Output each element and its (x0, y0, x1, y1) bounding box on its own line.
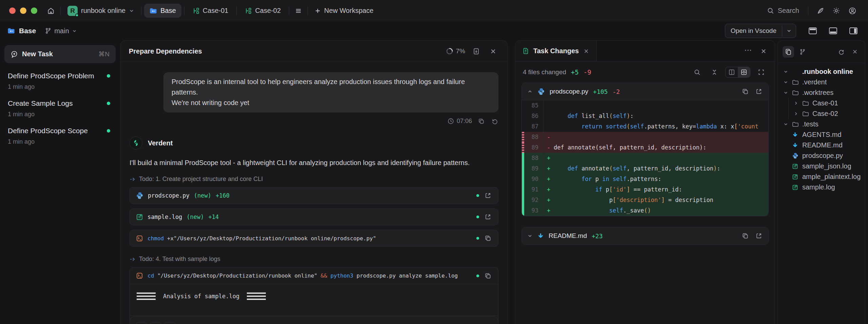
search-changes-button[interactable] (691, 66, 704, 79)
tree-item--worktrees[interactable]: .worktrees (780, 87, 863, 98)
tree-item-sample-json-log[interactable]: sample_json.log (780, 161, 863, 171)
feedback-button[interactable] (814, 4, 827, 17)
file-change-card[interactable]: sample.log (new) +14 (130, 208, 498, 225)
edit-button[interactable] (150, 322, 161, 324)
log-icon (792, 163, 802, 169)
toggle-bottom-panel-button[interactable] (826, 24, 840, 38)
diff-removed: -2 (612, 88, 620, 95)
mention-button[interactable] (136, 322, 147, 324)
window-controls[interactable] (9, 7, 37, 14)
open-file-icon (755, 232, 762, 239)
split-view-button[interactable] (726, 67, 738, 77)
file-change-card[interactable]: prodscope.py (new) +160 (130, 187, 498, 204)
open-file-button[interactable] (755, 232, 763, 240)
settings-button[interactable] (830, 4, 843, 17)
tree-item-agents-md[interactable]: AGENTS.md (780, 129, 863, 140)
open-in-dropdown[interactable] (782, 25, 796, 37)
copy-diff-button[interactable] (741, 232, 749, 240)
lines-added: +160 (216, 192, 230, 199)
export-task-button[interactable] (470, 45, 482, 58)
status-dot (107, 102, 110, 105)
tree-item--tests[interactable]: .tests (780, 119, 863, 129)
terminal-icon (136, 235, 143, 242)
close-panel-button[interactable] (758, 45, 769, 57)
command-row[interactable]: cd "/Users/yz/Desktop/Productization/run… (130, 267, 498, 284)
git-branch-icon (799, 48, 806, 55)
tree-item-ample-plaintext-log[interactable]: ample_plaintext.log (780, 171, 863, 182)
open-in-vscode-button[interactable]: Open in Vscode (725, 24, 796, 38)
task-item[interactable]: Define ProdScope Problem1 min ago (4, 63, 116, 90)
py-icon (792, 153, 802, 159)
open-file-button[interactable] (484, 213, 492, 221)
diff-file-header[interactable]: prodscope.py +105 -2 (522, 83, 768, 100)
tab-case-02[interactable]: Case-02 (239, 4, 286, 18)
chevron-down-icon (783, 122, 792, 127)
tab-overflow-menu-button[interactable] (292, 4, 305, 17)
tab-task-changes[interactable]: Task Changes (515, 41, 597, 61)
worktree-icon (193, 7, 199, 14)
tree-item-readme-md[interactable]: README.md (780, 140, 863, 150)
tab-base[interactable]: Base (144, 4, 181, 18)
user-message-line: We're not writing code yet (172, 98, 490, 108)
diff-gutter-marker (522, 195, 524, 205)
output-heading: Analysis of sample.log (163, 293, 239, 300)
tree-item--runbook-online[interactable]: .runbook online (780, 66, 863, 77)
close-icon (490, 48, 496, 55)
copy-icon (478, 118, 485, 124)
toggle-right-panel-button[interactable] (846, 24, 861, 38)
copy-command-button[interactable] (484, 272, 492, 280)
collapse-all-button[interactable] (708, 66, 721, 78)
file-name: prodscope.py (148, 192, 190, 199)
divider (236, 6, 237, 15)
restore-checkpoint-button[interactable] (491, 117, 498, 125)
branch-selector[interactable]: main (45, 27, 77, 35)
divider (808, 6, 808, 15)
tree-item-sample-log[interactable]: sample.log (780, 182, 863, 193)
toggle-top-panel-button[interactable] (806, 24, 820, 38)
workspace-name: runbook online (81, 7, 125, 15)
unified-view-button[interactable] (738, 67, 750, 77)
workspace-switcher[interactable]: R runbook online (63, 3, 138, 19)
open-file-button[interactable] (484, 191, 492, 200)
tree-item-case-01[interactable]: Case-01 (780, 98, 863, 108)
home-button[interactable] (44, 4, 58, 18)
tab-label: Case-01 (203, 7, 229, 15)
diff-lines: 8586 def list_all(self):87 return sorted… (522, 100, 768, 216)
command-card[interactable]: chmod +x"/Users/yz/Desktop/Productizatio… (130, 230, 498, 247)
tab-case-01[interactable]: Case-01 (187, 4, 234, 18)
diff-file-header[interactable]: README.md +23 (522, 227, 768, 244)
file-status: (new) (194, 192, 211, 199)
tree-item--verdent[interactable]: .verdent (780, 77, 863, 87)
markdown-icon (537, 233, 544, 239)
account-button[interactable] (846, 4, 859, 18)
zoom-window-button[interactable] (31, 7, 37, 14)
open-file-button[interactable] (755, 87, 763, 96)
tab-label: Task Changes (533, 47, 579, 55)
minimize-window-button[interactable] (20, 7, 26, 14)
task-item[interactable]: Define ProdScope Scope1 min ago (4, 118, 116, 145)
copy-diff-button[interactable] (741, 87, 749, 96)
new-workspace-button[interactable]: New Workspace (311, 4, 377, 17)
close-tree-button[interactable] (850, 46, 860, 57)
search-button[interactable]: Search (764, 4, 803, 17)
todo-item-4: Todo: 4. Test with sample logs (130, 256, 498, 263)
tree-item-prodscope-py[interactable]: prodscope.py (780, 150, 863, 161)
close-window-button[interactable] (9, 7, 16, 14)
diff-line: 89+ def annotate(self, pattern_id, descr… (522, 163, 768, 174)
panel-more-button[interactable]: ⋯ (742, 46, 754, 56)
diff-gutter-marker (522, 205, 524, 216)
task-item[interactable]: Create Sample Logs1 min ago (4, 90, 116, 118)
attach-button[interactable] (164, 322, 175, 324)
close-tab-button[interactable] (583, 48, 590, 55)
refresh-tree-button[interactable] (836, 46, 847, 57)
fullscreen-button[interactable] (755, 66, 767, 78)
files-view-button[interactable] (783, 46, 794, 58)
files-changed-count: 4 files changed (523, 68, 566, 76)
copy-command-button[interactable] (484, 234, 492, 242)
copy-message-button[interactable] (477, 117, 485, 125)
close-task-button[interactable] (487, 45, 499, 57)
tree-item-case-02[interactable]: Case-02 (780, 108, 863, 119)
new-task-button[interactable]: New Task ⌘N (4, 45, 116, 63)
chat-input[interactable] (130, 316, 498, 324)
source-control-button[interactable] (797, 46, 808, 58)
